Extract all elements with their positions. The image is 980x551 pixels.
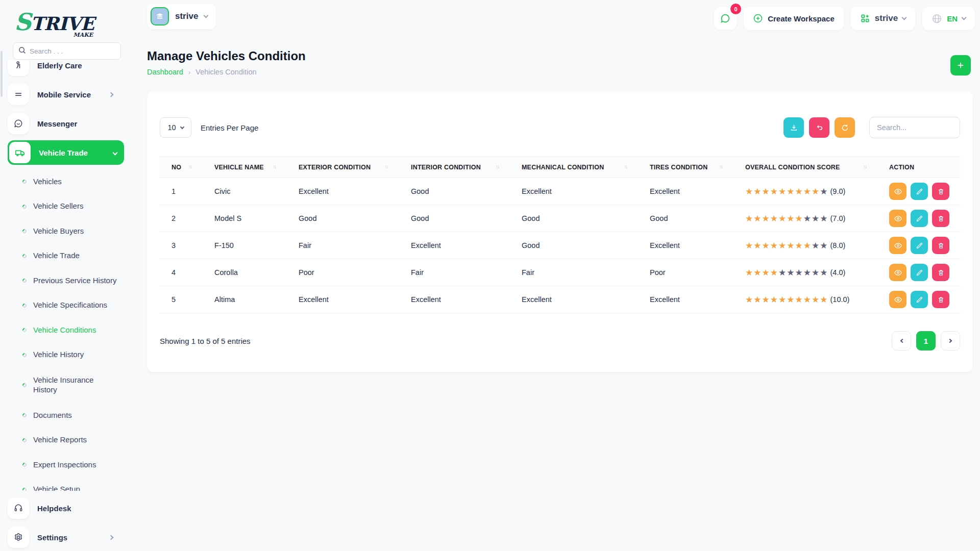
eye-icon — [894, 295, 902, 304]
delete-button[interactable] — [932, 210, 949, 227]
view-button[interactable] — [889, 237, 906, 254]
sidebar-subitem-vehicle-trade[interactable]: Vehicle Trade — [0, 244, 124, 269]
entries-per-page-select[interactable]: 10 — [160, 117, 191, 138]
prev-page-button[interactable] — [892, 331, 911, 350]
cell-actions — [877, 205, 960, 232]
sort-icon[interactable]: ↑↓ — [624, 164, 627, 169]
table-row: 1CivicExcellentGoodExcellentExcellent★★★… — [160, 178, 960, 205]
edit-button[interactable] — [911, 210, 928, 227]
sort-icon[interactable]: ↑↓ — [273, 164, 276, 169]
star-icon: ★ — [753, 268, 761, 277]
sidebar-subitem-vehicles[interactable]: Vehicles — [0, 169, 124, 194]
sidebar-subitem-expert-inspections[interactable]: Expert Inspections — [0, 453, 124, 478]
star-icon: ★ — [795, 268, 803, 277]
breadcrumb-dashboard[interactable]: Dashboard — [147, 68, 183, 76]
sidebar-subitem-documents[interactable]: Documents — [0, 403, 124, 428]
star-icon: ★ — [770, 187, 778, 196]
sidebar-subitem-vehicle-history[interactable]: Vehicle History — [0, 343, 124, 368]
view-button[interactable] — [889, 210, 906, 227]
col-mechanical-condition[interactable]: MECHANICAL CONDITION↑↓ — [510, 157, 638, 178]
sidebar-subitem-vehicle-specifications[interactable]: Vehicle Specifications — [0, 293, 124, 318]
sidebar-item-vehicle-trade[interactable]: Vehicle Trade — [8, 140, 124, 165]
sidebar-item-elderly-care[interactable]: Elderly Care — [8, 60, 124, 78]
bullet-icon — [21, 229, 27, 234]
edit-button[interactable] — [911, 264, 928, 281]
col-tires-condition[interactable]: TIRES CONDITION↑↓ — [638, 157, 733, 178]
col-overall-score[interactable]: OVERALL CONDITION SCORE↑↓ — [733, 157, 877, 178]
breadcrumb-current: Vehicles Condition — [195, 68, 256, 76]
sidebar-footer: Helpdesk Settings — [0, 496, 124, 551]
sidebar-subitem-vehicle-setup[interactable]: Vehicle Setup — [0, 478, 124, 491]
star-icon: ★ — [753, 295, 761, 304]
refresh-button[interactable] — [835, 117, 855, 138]
sidebar-subitem-vehicle-sellers[interactable]: Vehicle Sellers — [0, 194, 124, 219]
col-vehicle-name[interactable]: VEHICLE NAME↑↓ — [203, 157, 287, 178]
bullet-icon — [21, 487, 27, 491]
star-icon: ★ — [820, 214, 827, 223]
sidebar-subitem-vehicle-buyers[interactable]: Vehicle Buyers — [0, 219, 124, 244]
edit-button[interactable] — [911, 237, 928, 254]
next-page-button[interactable] — [941, 331, 960, 350]
language-selector[interactable]: EN — [922, 7, 975, 30]
export-button[interactable] — [783, 117, 804, 138]
sort-icon[interactable]: ↑↓ — [385, 164, 388, 169]
star-icon: ★ — [812, 268, 819, 277]
view-button[interactable] — [889, 183, 906, 200]
delete-button[interactable] — [932, 264, 949, 281]
sidebar-item-settings[interactable]: Settings — [8, 525, 124, 549]
star-icon: ★ — [770, 214, 778, 223]
cell-tires: Excellent — [638, 232, 733, 259]
sidebar-subitem-vehicle-conditions[interactable]: Vehicle Conditions — [0, 318, 124, 343]
sort-icon[interactable]: ↑↓ — [496, 164, 499, 169]
org-switcher[interactable]: strive — [851, 7, 915, 30]
page-1-button[interactable]: 1 — [916, 331, 936, 350]
sidebar-item-messenger[interactable]: Messenger — [8, 111, 124, 136]
col-no[interactable]: NO↑↓ — [160, 157, 203, 178]
sidebar-item-helpdesk[interactable]: Helpdesk — [8, 496, 124, 520]
bullet-icon — [21, 303, 27, 308]
download-icon — [790, 123, 798, 132]
cell-vehicle-name: Civic — [203, 178, 287, 205]
edit-button[interactable] — [911, 183, 928, 200]
star-icon: ★ — [795, 295, 803, 304]
table-row: 5AltimaExcellentExcellentExcellentExcell… — [160, 286, 960, 313]
create-workspace-button[interactable]: Create Workspace — [744, 7, 844, 30]
delete-button[interactable] — [932, 237, 949, 254]
mobile-service-icon — [8, 84, 29, 105]
cell-overall-score: ★★★★★★★★★★(7.0) — [733, 205, 877, 232]
sidebar-subitem-vehicle-reports[interactable]: Vehicle Reports — [0, 428, 124, 453]
delete-button[interactable] — [932, 183, 949, 200]
cell-mechanical: Excellent — [510, 286, 638, 313]
view-button[interactable] — [889, 291, 906, 308]
workspace-switcher[interactable]: strive — [147, 4, 216, 29]
view-button[interactable] — [889, 264, 906, 281]
sidebar-search[interactable] — [13, 42, 121, 60]
cell-interior: Excellent — [399, 286, 510, 313]
undo-icon — [815, 123, 824, 132]
add-condition-button[interactable] — [950, 55, 971, 76]
sidebar-item-label: Mobile Service — [37, 90, 91, 99]
sort-icon[interactable]: ↑↓ — [188, 164, 191, 169]
star-icon: ★ — [778, 241, 786, 250]
col-exterior-condition[interactable]: EXTERIOR CONDITION↑↓ — [287, 157, 399, 178]
undo-button[interactable] — [809, 117, 829, 138]
app-logo[interactable]: STRIVE MAKE — [14, 8, 94, 37]
table-footer: Showing 1 to 5 of 5 entries 1 — [160, 331, 960, 350]
edit-button[interactable] — [911, 291, 928, 308]
sidebar-search-input[interactable] — [30, 47, 115, 55]
plus-icon — [957, 61, 965, 69]
sort-icon[interactable]: ↑↓ — [863, 164, 866, 169]
star-icon: ★ — [770, 295, 778, 304]
cell-no: 1 — [160, 178, 203, 205]
table-search-input[interactable] — [869, 117, 960, 138]
delete-button[interactable] — [932, 291, 949, 308]
sidebar-subitem-previous-service-history[interactable]: Previous Service History — [0, 268, 124, 293]
sidebar-subitem-vehicle-insurance-history[interactable]: Vehicle Insurance History — [0, 367, 124, 403]
col-interior-condition[interactable]: INTERIOR CONDITION↑↓ — [399, 157, 510, 178]
sort-icon[interactable]: ↑↓ — [719, 164, 722, 169]
cell-tires: Excellent — [638, 286, 733, 313]
chat-button[interactable]: 0 — [714, 7, 737, 30]
bullet-icon — [21, 328, 27, 333]
sidebar-item-mobile-service[interactable]: Mobile Service — [8, 82, 124, 107]
page-header: Manage Vehicles Condition Dashboard › Ve… — [147, 49, 306, 76]
